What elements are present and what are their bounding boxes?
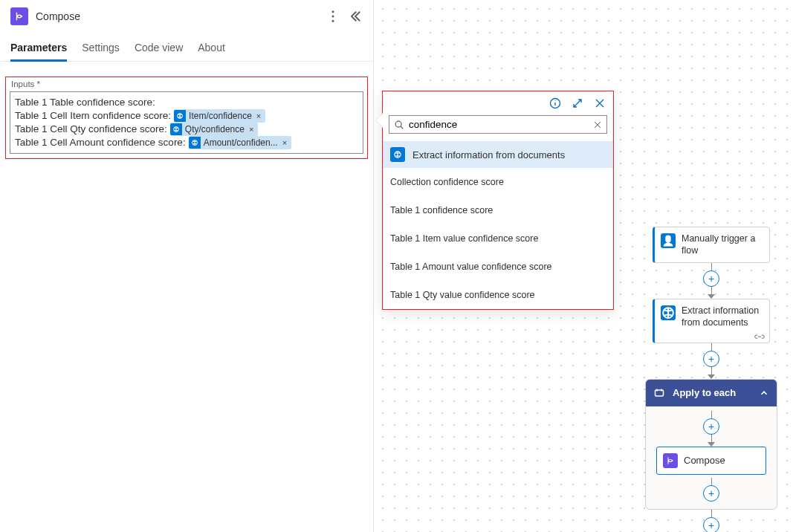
token-remove-icon[interactable]: × xyxy=(247,123,255,136)
picker-item[interactable]: Collection confidence score xyxy=(383,168,613,196)
extract-documents-icon xyxy=(390,147,405,162)
apply-to-each-header[interactable]: Apply to each xyxy=(646,380,777,406)
token-label: Qty/confidence xyxy=(185,123,245,136)
manual-trigger-icon xyxy=(661,233,676,248)
extract-documents-icon xyxy=(661,305,676,320)
picker-section-header[interactable]: Extract information from documents xyxy=(383,141,613,168)
add-step-button[interactable]: + xyxy=(703,485,719,502)
info-icon[interactable] xyxy=(549,97,561,109)
input-text: Table 1 Cell Item confidence score: xyxy=(15,109,171,123)
chevron-up-icon[interactable] xyxy=(759,388,769,398)
apply-label: Apply to each xyxy=(673,387,736,398)
inputs-highlight-box: Inputs * Table 1 Table confidence score:… xyxy=(5,77,368,159)
dynamic-token[interactable]: Amount/confiden... × xyxy=(189,136,292,149)
picker-item[interactable]: Table 1 confidence score xyxy=(383,196,613,224)
token-label: Amount/confiden... xyxy=(204,136,278,149)
picker-arrow xyxy=(376,113,383,128)
picker-section-title: Extract information from documents xyxy=(412,149,565,160)
picker-item[interactable]: Table 1 Item value confidence score xyxy=(383,224,613,253)
arrow-down-icon xyxy=(708,374,715,379)
svg-point-0 xyxy=(332,10,334,13)
token-remove-icon[interactable]: × xyxy=(255,109,262,123)
picker-item[interactable]: Table 1 Qty value confidence score xyxy=(383,281,613,309)
panel-header: Compose xyxy=(0,0,373,33)
picker-search[interactable] xyxy=(389,115,607,134)
compose-icon xyxy=(10,7,28,25)
inputs-field[interactable]: Table 1 Table confidence score: Table 1 … xyxy=(10,91,363,154)
node-trigger[interactable]: Manually trigger a flow xyxy=(653,227,770,263)
input-text: Table 1 Cell Qty confidence score: xyxy=(15,123,167,136)
add-step-button[interactable]: + xyxy=(703,418,719,435)
input-text: Table 1 Cell Amount confidence score: xyxy=(15,136,186,149)
node-apply-to-each[interactable]: Apply to each + Compose + xyxy=(645,379,777,510)
add-step-button[interactable]: + xyxy=(703,517,719,533)
tab-settings[interactable]: Settings xyxy=(82,42,120,61)
token-icon xyxy=(189,137,201,149)
tab-about[interactable]: About xyxy=(198,42,225,61)
dynamic-token[interactable]: Item/confidence × xyxy=(174,109,265,123)
node-label: Compose xyxy=(684,455,725,466)
tab-code-view[interactable]: Code view xyxy=(135,42,183,61)
tabs: Parameters Settings Code view About xyxy=(0,33,373,62)
search-input[interactable] xyxy=(409,119,589,130)
compose-icon xyxy=(663,453,678,468)
node-extract[interactable]: Extract information from documents xyxy=(653,299,770,343)
token-remove-icon[interactable]: × xyxy=(281,136,288,149)
search-icon xyxy=(394,120,404,130)
svg-point-2 xyxy=(332,20,334,22)
clear-search-icon[interactable] xyxy=(593,120,602,129)
collapse-panel-icon[interactable] xyxy=(348,9,363,24)
svg-point-7 xyxy=(395,121,401,127)
token-icon xyxy=(174,110,186,122)
inputs-label: Inputs * xyxy=(11,80,363,88)
link-icon xyxy=(754,332,765,340)
dynamic-content-picker: Extract information from documents Colle… xyxy=(382,91,614,310)
panel-title: Compose xyxy=(36,10,318,22)
picker-header xyxy=(383,91,613,115)
token-icon xyxy=(170,123,182,135)
arrow-down-icon xyxy=(708,442,715,447)
compose-panel: Compose Parameters Settings Code view Ab… xyxy=(0,0,374,532)
more-menu-icon[interactable] xyxy=(326,9,340,24)
dynamic-token[interactable]: Qty/confidence × xyxy=(170,123,258,136)
add-step-button[interactable]: + xyxy=(703,351,719,367)
svg-point-1 xyxy=(332,16,334,18)
node-compose[interactable]: Compose xyxy=(656,447,766,475)
node-label: Manually trigger a flow xyxy=(682,233,763,256)
close-icon[interactable] xyxy=(594,97,606,109)
picker-item[interactable]: Table 1 Amount value confidence score xyxy=(383,253,613,281)
node-label: Extract information from documents xyxy=(682,305,763,328)
svg-rect-10 xyxy=(656,390,664,396)
input-text: Table 1 Table confidence score: xyxy=(15,96,155,109)
loop-icon xyxy=(653,387,665,399)
flow-diagram: Manually trigger a flow + Extract inform… xyxy=(652,227,771,532)
add-step-button[interactable]: + xyxy=(703,270,719,287)
tab-parameters[interactable]: Parameters xyxy=(10,42,67,62)
token-label: Item/confidence xyxy=(189,109,252,123)
expand-icon[interactable] xyxy=(572,97,583,109)
